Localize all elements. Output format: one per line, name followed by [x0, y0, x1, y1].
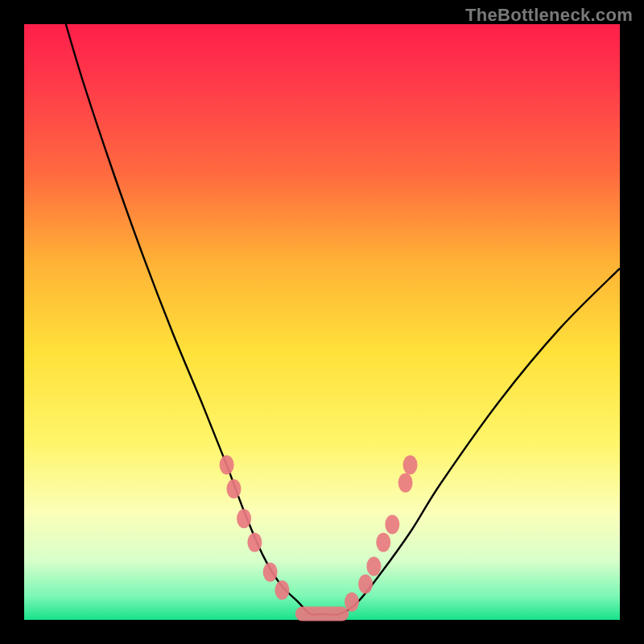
bottleneck-curve	[66, 24, 620, 615]
watermark-text: TheBottleneck.com	[465, 5, 633, 26]
flat-segment-marker	[295, 607, 349, 621]
data-marker	[358, 575, 373, 594]
chart-svg	[24, 24, 620, 620]
data-marker	[237, 509, 251, 528]
data-marker	[398, 473, 413, 493]
data-marker	[226, 479, 241, 498]
data-marker	[366, 556, 381, 576]
chart-frame: TheBottleneck.com	[0, 0, 644, 644]
data-marker	[275, 580, 289, 600]
markers-left-group	[220, 456, 290, 600]
data-marker	[403, 456, 418, 475]
data-marker	[376, 533, 390, 552]
data-marker	[263, 563, 278, 582]
plot-area	[24, 24, 620, 620]
markers-right-group	[345, 456, 418, 612]
data-marker	[247, 533, 262, 552]
data-marker	[385, 515, 399, 535]
data-marker	[345, 592, 359, 612]
data-marker	[220, 456, 234, 475]
